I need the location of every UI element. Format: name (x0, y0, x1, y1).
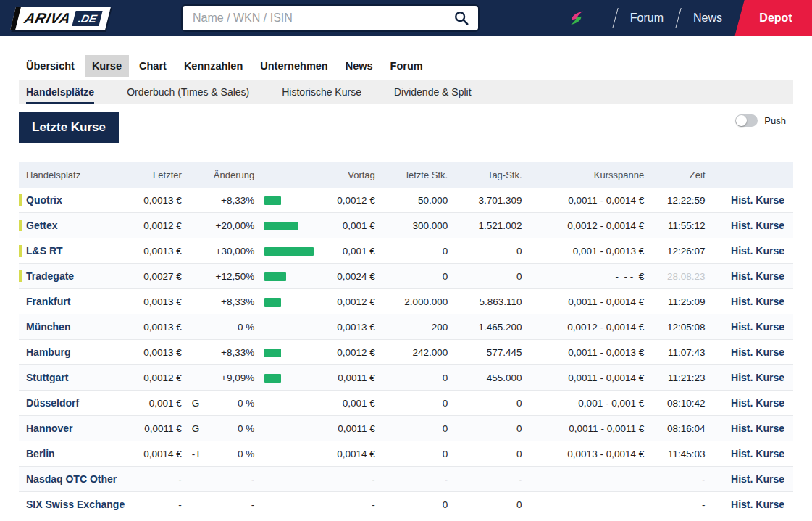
hist-kurse-link[interactable]: Hist. Kurse (731, 296, 784, 307)
cell-price-range: 0,0011 - 0,0014 € (527, 188, 649, 213)
cell-price-range: 0,0013 - 0,0014 € (527, 441, 649, 467)
tab-uebersicht[interactable]: Übersicht (19, 55, 82, 77)
cell-day-volume: 0 (452, 441, 526, 467)
cell-price-range: 0,001 - 0,001 € (527, 391, 649, 416)
subnav-dividende-split[interactable]: Dividende & Split (394, 80, 472, 104)
cell-prev-close: 0,0012 € (322, 289, 380, 314)
table-row: Düsseldorf 0,001 € G 0 % 0,001 € 0 0 0,0… (19, 391, 793, 416)
cell-price-suffix (186, 264, 208, 289)
cell-time: 11:07:43 (648, 340, 709, 365)
hist-kurse-link[interactable]: Hist. Kurse (731, 473, 784, 485)
cell-prev-close: 0,0024 € (322, 264, 380, 289)
venue-link[interactable]: Berlin (26, 448, 55, 459)
tab-unternehmen[interactable]: Unternehmen (253, 55, 335, 77)
cell-last-volume: 200 (380, 314, 452, 340)
cell-prev-close: 0,0012 € (322, 340, 380, 365)
venue-link[interactable]: Hannover (26, 422, 73, 434)
cell-change-percent: +30,00% (208, 238, 259, 264)
venue-link[interactable]: L&S RT (26, 245, 63, 257)
cell-change-percent: 0 % (208, 314, 259, 340)
push-toggle[interactable] (735, 114, 758, 127)
table-row: Nasdaq OTC Other - - - - - - Hist. Kurse (19, 467, 793, 492)
hist-kurse-link[interactable]: Hist. Kurse (731, 499, 784, 510)
tab-kurse[interactable]: Kurse (85, 55, 129, 77)
tab-forum[interactable]: Forum (383, 55, 430, 77)
cell-time: 11:25:09 (648, 289, 709, 314)
search-icon (453, 10, 469, 26)
cell-day-volume: 0 (452, 492, 526, 517)
cell-price-suffix (186, 188, 208, 213)
cell-last-price: 0,0013 € (128, 289, 186, 314)
tab-kennzahlen[interactable]: Kennzahlen (177, 55, 250, 77)
change-bar (264, 374, 281, 383)
cell-day-volume: 0 (452, 391, 526, 416)
partner-logo-icon[interactable] (567, 9, 586, 28)
venue-link[interactable]: Frankfurt (26, 296, 70, 307)
cell-day-volume: 5.863.110 (452, 289, 526, 314)
hist-kurse-link[interactable]: Hist. Kurse (731, 372, 784, 383)
venue-link[interactable]: Nasdaq OTC Other (26, 473, 117, 485)
search-input[interactable] (191, 11, 452, 25)
cell-change-percent: +8,33% (208, 188, 259, 213)
depot-button-label: Depot (759, 12, 792, 25)
venue-link[interactable]: Quotrix (26, 194, 62, 206)
col-hist-spacer (710, 162, 794, 188)
cell-last-price: 0,0014 € (128, 441, 186, 467)
subnav-orderbuch[interactable]: Orderbuch (Times & Sales) (127, 80, 249, 104)
venue-link[interactable]: Gettex (26, 220, 58, 231)
cell-price-range: 0,001 - 0,0013 € (527, 238, 649, 264)
tab-chart[interactable]: Chart (132, 55, 174, 77)
main-tab-bar: Übersicht Kurse Chart Kennzahlen Unterne… (19, 55, 793, 77)
cell-last-volume: 0 (380, 264, 452, 289)
hist-kurse-link[interactable]: Hist. Kurse (731, 448, 784, 459)
cell-time: 12:26:07 (648, 238, 709, 264)
cell-price-suffix (186, 213, 208, 238)
cell-price-suffix (186, 467, 208, 492)
hist-kurse-link[interactable]: Hist. Kurse (731, 422, 784, 434)
cell-price-range (527, 492, 649, 517)
venue-link[interactable]: Düsseldorf (26, 397, 79, 409)
hist-kurse-link[interactable]: Hist. Kurse (731, 194, 784, 206)
hist-kurse-link[interactable]: Hist. Kurse (731, 270, 784, 282)
search-button[interactable] (452, 9, 471, 28)
search-box (181, 4, 480, 32)
venue-link[interactable]: SIX Swiss Exchange (26, 499, 125, 510)
table-row: Gettex 0,0012 € +20,00% 0,001 € 300.000 … (19, 213, 793, 238)
cell-prev-close: - (322, 467, 380, 492)
table-row: Frankfurt 0,0013 € +8,33% 0,0012 € 2.000… (19, 289, 793, 314)
table-row: Hamburg 0,0013 € +8,33% 0,0012 € 242.000… (19, 340, 793, 365)
title-row: Letzte Kurse Push (19, 112, 793, 143)
depot-button[interactable]: Depot (740, 0, 812, 36)
hist-kurse-link[interactable]: Hist. Kurse (731, 397, 784, 409)
change-bar (264, 349, 281, 357)
tab-news[interactable]: News (338, 55, 380, 77)
hist-kurse-link[interactable]: Hist. Kurse (731, 321, 784, 333)
col-zeit: Zeit (648, 162, 709, 188)
hist-kurse-link[interactable]: Hist. Kurse (731, 346, 784, 358)
news-link[interactable]: News (693, 12, 722, 25)
page-title: Letzte Kurse (19, 112, 119, 143)
hist-kurse-link[interactable]: Hist. Kurse (731, 220, 784, 231)
cell-prev-close: 0,0013 € (322, 314, 380, 340)
ariva-logo[interactable]: ARIVA .DE (13, 7, 108, 30)
hist-kurse-link[interactable]: Hist. Kurse (731, 245, 784, 257)
cell-change-percent: - (208, 492, 259, 517)
cell-price-range: 0,0012 - 0,0014 € (527, 314, 649, 340)
venue-link[interactable]: Tradegate (26, 270, 74, 282)
cell-last-volume: - (380, 467, 452, 492)
cell-last-volume: 242.000 (380, 340, 452, 365)
table-row: Hannover 0,0011 € G 0 % 0,0011 € 0 0 0,0… (19, 416, 793, 441)
venue-link[interactable]: Stuttgart (26, 372, 68, 383)
venue-link[interactable]: München (26, 321, 70, 333)
cell-last-price: 0,0012 € (128, 365, 186, 391)
cell-change-percent: 0 % (208, 391, 259, 416)
subnav-historische-kurse[interactable]: Historische Kurse (282, 80, 361, 104)
forum-link[interactable]: Forum (630, 12, 664, 25)
cell-time: 12:05:08 (648, 314, 709, 340)
cell-day-volume: 455.000 (452, 365, 526, 391)
venue-link[interactable]: Hamburg (26, 346, 70, 358)
cell-prev-close: 0,0012 € (322, 188, 380, 213)
change-bar (264, 247, 314, 256)
sub-nav-bar: Handelsplätze Orderbuch (Times & Sales) … (19, 80, 793, 104)
subnav-handelsplaetze[interactable]: Handelsplätze (26, 80, 94, 104)
